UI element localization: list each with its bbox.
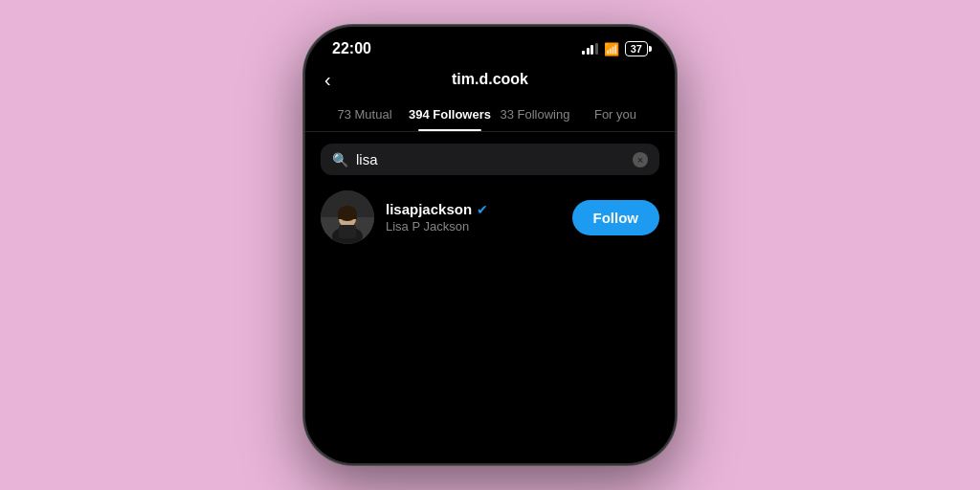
status-time: 22:00 [332, 40, 371, 57]
search-bar[interactable]: 🔍 lisa × [321, 144, 659, 175]
search-clear-button[interactable]: × [633, 152, 648, 167]
profile-username: tim.d.cook [452, 71, 528, 88]
status-bar: 22:00 📶 37 [305, 27, 675, 63]
wifi-icon: 📶 [604, 42, 619, 56]
tab-following[interactable]: 33 Following [495, 98, 575, 131]
user-info: lisapjackson ✔ Lisa P Jackson [386, 201, 561, 234]
tabs-container: 73 Mutual 394 Followers 33 Following For… [305, 98, 675, 132]
search-icon: 🔍 [332, 152, 348, 167]
tab-mutual[interactable]: 73 Mutual [324, 98, 405, 131]
user-display-name: Lisa P Jackson [386, 219, 561, 234]
dynamic-island [477, 36, 503, 46]
svg-rect-4 [339, 225, 356, 238]
status-icons: 📶 37 [582, 41, 648, 56]
tab-for-you[interactable]: For you [575, 98, 656, 131]
back-button[interactable]: ‹ [324, 69, 331, 91]
user-handle: lisapjackson [386, 201, 472, 217]
verified-icon: ✔ [477, 202, 488, 217]
user-handle-row: lisapjackson ✔ [386, 201, 561, 217]
tab-followers[interactable]: 394 Followers [405, 98, 495, 131]
screen: 22:00 📶 37 ‹ tim.d.cook [305, 27, 675, 463]
header: ‹ tim.d.cook [305, 63, 675, 98]
phone-frame: 22:00 📶 37 ‹ tim.d.cook [303, 25, 677, 465]
follow-button[interactable]: Follow [572, 200, 660, 235]
svg-rect-6 [338, 213, 357, 219]
search-container: 🔍 lisa × [305, 132, 675, 183]
battery-indicator: 37 [625, 41, 648, 56]
user-list: lisapjackson ✔ Lisa P Jackson Follow [305, 183, 675, 252]
user-item: lisapjackson ✔ Lisa P Jackson Follow [321, 190, 659, 244]
avatar [321, 190, 374, 244]
signal-icon [582, 43, 598, 55]
search-input[interactable]: lisa [356, 151, 625, 167]
